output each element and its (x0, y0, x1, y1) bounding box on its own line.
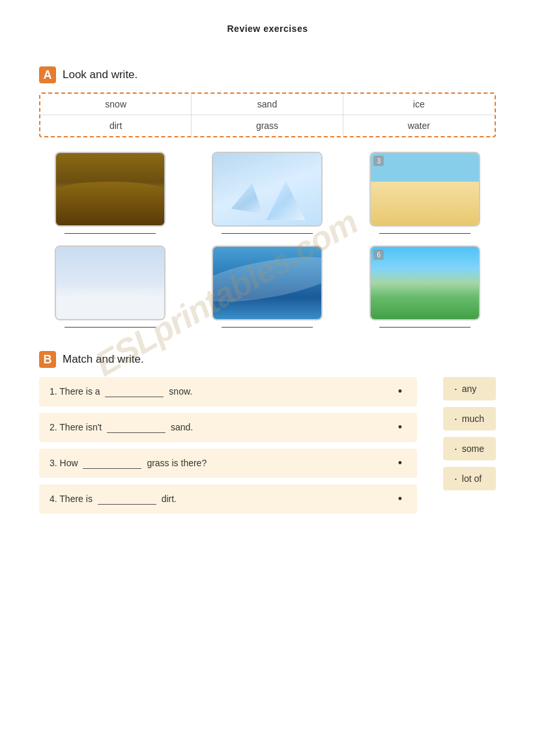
section-a: A Look and write. snow sand ice dirt gra… (39, 66, 496, 328)
match-row-2: 2. There isn't sand. • (39, 413, 417, 442)
blank-3 (83, 458, 141, 469)
section-a-letter: A (39, 66, 56, 83)
snow-image (56, 247, 164, 319)
sentence-1-after: snow. (169, 386, 192, 397)
image-frame-snow: 4 (55, 245, 166, 320)
ice-image (213, 153, 321, 225)
dot-1: • (394, 385, 407, 399)
blank-2 (107, 422, 166, 433)
match-sentence-1: 1. There is a snow. (50, 386, 394, 397)
match-sentence-3: 3. How grass is there? (50, 458, 394, 469)
grass-image (371, 247, 479, 319)
image-frame-grass: 6 (369, 245, 480, 320)
match-sentence-2: 2. There isn't sand. (50, 422, 394, 433)
answer-label-any: any (462, 384, 477, 394)
match-row-4: 4. There is dirt. • (39, 484, 417, 514)
sentence-4-before: There is (59, 494, 93, 504)
word-grass: grass (192, 115, 343, 136)
answers-column: • any • much • some • lot of (443, 377, 496, 490)
sentence-1-before: There is a (59, 386, 100, 397)
sentence-3-before: How (60, 458, 78, 468)
match-row-1: 1. There is a snow. • (39, 377, 417, 406)
section-b-letter: B (39, 351, 56, 368)
image-num-3: 3 (373, 156, 384, 166)
section-b-header: B Match and write. (39, 351, 496, 368)
answer-lot-of: • lot of (443, 467, 496, 490)
image-item-4: 4 (39, 245, 181, 328)
answer-some: • some (443, 437, 496, 460)
dot-2: • (394, 421, 407, 434)
blank-1 (105, 386, 164, 397)
answer-line-3 (379, 233, 470, 234)
image-item-5: 5 (197, 245, 339, 328)
word-water: water (343, 115, 495, 136)
word-snow: snow (40, 94, 192, 115)
answer-label-lot-of: lot of (462, 473, 482, 484)
section-a-title: Look and write. (63, 68, 137, 81)
answer-any: • any (443, 377, 496, 400)
dot-3: • (394, 456, 407, 470)
sentence-3-after: grass is there? (147, 458, 207, 468)
sentence-3-num: 3. (50, 458, 60, 468)
image-frame-water: 5 (212, 245, 323, 320)
dot-4: • (394, 492, 407, 506)
word-dirt: dirt (40, 115, 192, 136)
answer-label-some: some (462, 443, 484, 454)
section-b: B Match and write. 1. There is a snow. •… (39, 351, 496, 520)
word-ice: ice (343, 94, 495, 115)
match-section: 1. There is a snow. • 2. There isn't san… (39, 377, 496, 520)
answer-dot-some: • (455, 446, 457, 452)
page-title: Review exercises (0, 0, 535, 40)
blank-4 (98, 494, 156, 505)
sentence-4-after: dirt. (162, 494, 177, 504)
image-item-3: 3 (354, 152, 496, 234)
answer-line-5 (222, 327, 313, 328)
answer-dot-lot-of: • (455, 476, 457, 482)
section-a-header: A Look and write. (39, 66, 496, 83)
image-num-6: 6 (373, 249, 384, 260)
answer-label-much: much (462, 413, 484, 424)
match-row-3: 3. How grass is there? • (39, 449, 417, 478)
sentence-2-before: There isn't (59, 422, 102, 432)
answer-line-1 (65, 233, 156, 234)
image-grid: 1 2 3 4 (39, 152, 496, 328)
answer-line-2 (222, 233, 313, 234)
water-image (213, 247, 321, 319)
image-frame-ice: 2 (212, 152, 323, 227)
answer-dot-much: • (455, 416, 457, 422)
answer-much: • much (443, 407, 496, 430)
section-b-title: Match and write. (63, 353, 144, 366)
match-rows: 1. There is a snow. • 2. There isn't san… (39, 377, 417, 520)
word-box: snow sand ice dirt grass water (39, 92, 496, 137)
sand-image (371, 153, 479, 225)
dirt-image (56, 153, 164, 225)
sentence-2-num: 2. (50, 422, 59, 432)
sentence-4-num: 4. (50, 494, 59, 504)
answer-dot-any: • (455, 386, 457, 392)
image-frame-sand: 3 (369, 152, 480, 227)
image-item-6: 6 (354, 245, 496, 328)
answer-line-6 (379, 327, 470, 328)
sentence-1-num: 1. (50, 386, 59, 397)
image-frame-dirt: 1 (55, 152, 166, 227)
match-sentence-4: 4. There is dirt. (50, 494, 394, 505)
sentence-2-after: sand. (171, 422, 193, 432)
image-item-1: 1 (39, 152, 181, 234)
answer-line-4 (65, 327, 156, 328)
word-sand: sand (192, 94, 343, 115)
image-item-2: 2 (197, 152, 339, 234)
